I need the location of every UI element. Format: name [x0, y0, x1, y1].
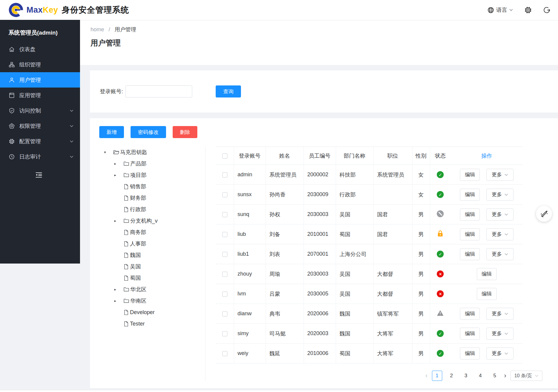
- more-button[interactable]: 更多: [486, 228, 513, 240]
- caret-right-icon[interactable]: ▸: [114, 287, 123, 292]
- more-button[interactable]: 更多: [486, 189, 513, 201]
- page-number-5[interactable]: 5: [490, 371, 500, 381]
- query-button[interactable]: 查询: [216, 85, 241, 97]
- cell-position: [373, 185, 412, 205]
- cell-name: 司马懿: [266, 324, 304, 344]
- account-input[interactable]: [125, 85, 192, 97]
- tree-node[interactable]: ▸ 华北区: [104, 284, 205, 295]
- row-checkbox[interactable]: [222, 212, 227, 217]
- sidebar-item-config[interactable]: 配置管理: [0, 134, 80, 149]
- cell-actions: 编辑: [451, 284, 523, 304]
- row-checkbox[interactable]: [222, 172, 227, 177]
- delete-button[interactable]: 删除: [173, 126, 197, 138]
- caret-right-icon[interactable]: ▸: [114, 173, 123, 177]
- theme-settings-button[interactable]: [536, 206, 552, 222]
- column-header: 性别: [412, 147, 430, 165]
- sidebar-item-org[interactable]: 组织管理: [0, 57, 80, 72]
- tree-node[interactable]: Developer: [104, 307, 205, 318]
- logout-icon[interactable]: [543, 7, 550, 14]
- sidebar-item-users[interactable]: 用户管理: [0, 72, 80, 88]
- caret-right-icon[interactable]: ▸: [114, 162, 123, 166]
- cell-gender: 男: [412, 284, 430, 304]
- more-button[interactable]: 更多: [486, 347, 513, 360]
- file-icon: [123, 184, 129, 190]
- tree-node[interactable]: 销售部: [104, 181, 205, 192]
- edit-button[interactable]: 编辑: [477, 268, 497, 280]
- page-title: 用户管理: [91, 38, 558, 48]
- file-icon: [123, 321, 129, 327]
- page-number-3[interactable]: 3: [461, 371, 471, 381]
- page-size-select[interactable]: 10 条/页: [510, 371, 542, 381]
- sidebar-item-logs[interactable]: 日志审计: [0, 149, 80, 164]
- page-number-2[interactable]: 2: [446, 371, 457, 381]
- tree-node[interactable]: ▸ 项目部: [104, 169, 205, 181]
- tree-node[interactable]: ▸ 华南区: [104, 295, 205, 307]
- breadcrumb-home[interactable]: home: [91, 26, 104, 32]
- cell-department: 科技部: [336, 165, 373, 185]
- tree-node[interactable]: 人事部: [104, 238, 205, 249]
- caret-right-icon[interactable]: ▸: [114, 219, 123, 223]
- row-checkbox[interactable]: [222, 331, 227, 336]
- cell-account: dianw: [234, 304, 266, 324]
- status-active-icon: ✓: [437, 251, 444, 258]
- edit-button[interactable]: 编辑: [460, 328, 480, 340]
- next-page-button[interactable]: ›: [504, 372, 506, 379]
- sidebar-item-dashboard[interactable]: 仪表盘: [0, 42, 80, 57]
- brand-name: MaxKey: [26, 5, 58, 15]
- edit-button[interactable]: 编辑: [477, 288, 497, 300]
- row-checkbox[interactable]: [222, 272, 227, 277]
- column-header: 姓名: [266, 147, 304, 165]
- row-checkbox[interactable]: [222, 311, 227, 316]
- language-label: 语言: [496, 6, 507, 14]
- select-all-checkbox[interactable]: [222, 153, 227, 159]
- tree-node[interactable]: 魏国: [104, 249, 205, 261]
- file-icon: [123, 241, 129, 247]
- row-checkbox[interactable]: [222, 252, 227, 257]
- edit-button[interactable]: 编辑: [460, 169, 480, 181]
- edit-button[interactable]: 编辑: [460, 208, 480, 221]
- tree-node[interactable]: Tester: [104, 318, 205, 329]
- tree-node[interactable]: 蜀国: [104, 272, 205, 284]
- change-password-button[interactable]: 密码修改: [131, 126, 166, 138]
- tree-node[interactable]: 商务部: [104, 227, 205, 238]
- row-checkbox[interactable]: [222, 292, 227, 297]
- row-checkbox[interactable]: [222, 192, 227, 197]
- settings-gear-icon[interactable]: [524, 6, 532, 14]
- home-icon: [9, 46, 15, 52]
- more-button[interactable]: 更多: [486, 208, 513, 221]
- tree-node[interactable]: ▸ 分支机构_v: [104, 215, 205, 227]
- caret-down-icon[interactable]: ▾: [104, 150, 113, 154]
- cell-position: [373, 244, 412, 264]
- language-selector[interactable]: 语言: [487, 6, 513, 14]
- cell-account: sunsx: [234, 185, 266, 205]
- column-header: 操作: [451, 147, 523, 165]
- sidebar-item-perms[interactable]: 权限管理: [0, 118, 80, 134]
- edit-button[interactable]: 编辑: [460, 308, 480, 320]
- more-button[interactable]: 更多: [486, 328, 513, 340]
- more-button[interactable]: 更多: [486, 169, 513, 181]
- tree-node[interactable]: 吴国: [104, 261, 205, 272]
- cell-department: 蜀国: [336, 344, 373, 363]
- sidebar-item-apps[interactable]: 应用管理: [0, 88, 80, 103]
- medal-icon: [9, 123, 15, 129]
- sidebar-item-access[interactable]: 访问控制: [0, 103, 80, 118]
- tree-node[interactable]: ▸ 产品部: [104, 158, 205, 169]
- edit-button[interactable]: 编辑: [460, 228, 480, 240]
- edit-button[interactable]: 编辑: [460, 347, 480, 360]
- edit-button[interactable]: 编辑: [460, 248, 480, 260]
- prev-page-button[interactable]: ‹: [425, 372, 427, 379]
- edit-button[interactable]: 编辑: [460, 189, 480, 201]
- page-number-1[interactable]: 1: [432, 371, 442, 381]
- row-checkbox[interactable]: [222, 351, 227, 356]
- tree-node[interactable]: ▾ 马克思钥匙: [104, 147, 205, 158]
- tree-node[interactable]: 财务部: [104, 192, 205, 204]
- sidebar-collapse-button[interactable]: [0, 169, 80, 181]
- tree-node[interactable]: 行政部: [104, 204, 205, 215]
- row-checkbox[interactable]: [222, 232, 227, 237]
- page-number-4[interactable]: 4: [475, 371, 486, 381]
- caret-right-icon[interactable]: ▸: [114, 299, 123, 303]
- more-button[interactable]: 更多: [486, 308, 513, 320]
- sidebar-item-label: 访问控制: [19, 107, 41, 114]
- add-button[interactable]: 新增: [99, 126, 124, 138]
- more-button[interactable]: 更多: [486, 248, 513, 260]
